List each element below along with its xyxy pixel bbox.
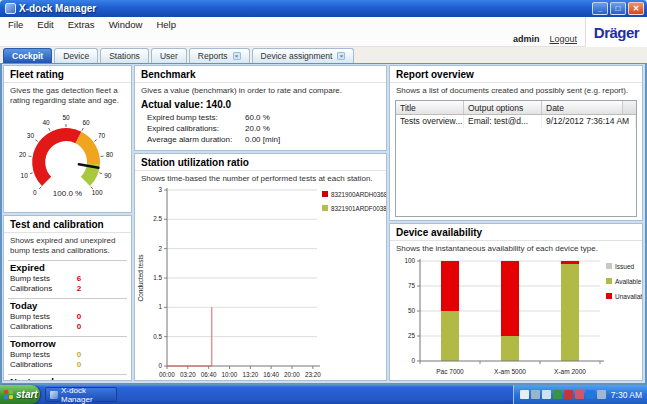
svg-text:8321901ARDF0038: 8321901ARDF0038 [331,205,387,212]
section-tomorrow: Tomorrow Bump tests0 Calibrations0 [8,336,127,372]
utilization-line-chart: 00.511.522.5300:0003:2006:4010:0013:2016… [136,187,385,381]
input-language-icon[interactable] [520,390,529,399]
stat-row: Bump tests0 [8,312,127,323]
logged-in-user: admin [513,34,540,44]
logout-link[interactable]: Logout [549,34,577,44]
panel-title: Test and calibration [4,216,131,233]
menu-bar: File Edit Extras Window Help [0,17,647,31]
table-row[interactable]: Tests overview... Email: test@d... 9/12/… [396,115,636,128]
svg-text:2: 2 [158,245,162,252]
title-bar: X-dock Manager _ □ ✕ [0,0,647,17]
menu-help[interactable]: Help [150,18,182,30]
maximize-button[interactable]: □ [610,2,626,15]
column-chooser-icon[interactable] [623,101,636,114]
volume-icon[interactable] [542,390,551,399]
svg-text:8321900ARDH0368: 8321900ARDH0368 [331,191,387,198]
svg-text:X-am 5000: X-am 5000 [494,368,526,375]
test-calibration-panel: Test and calibration Shows expired and u… [3,215,132,381]
tab-device-assignment[interactable]: Device assignment× [252,48,355,63]
security-shield-icon[interactable] [564,390,573,399]
svg-text:Conducted tests: Conducted tests [137,254,144,302]
menu-edit[interactable]: Edit [31,18,59,30]
actual-value: Actual value: 140.0 [135,97,386,111]
panel-description: Shows the instantaneous availability of … [390,241,642,255]
panel-description: Shows a list of documents created and po… [390,83,642,97]
stat-value: 0 [77,350,81,361]
svg-text:70: 70 [98,132,106,139]
svg-text:00:00: 00:00 [159,371,175,378]
tray-icons [520,390,606,399]
taskbar: start X-dock Manager 7:30 AM [0,385,647,404]
display-settings-icon[interactable] [597,390,606,399]
svg-text:50: 50 [62,114,70,121]
svg-text:30: 30 [27,132,35,139]
start-button[interactable]: start [0,385,40,404]
svg-text:90: 90 [104,172,112,179]
windows-flag-icon [4,390,13,399]
svg-text:25: 25 [408,332,416,339]
gauge-value-label: 100.0 % [4,189,131,198]
clock: 7:30 AM [611,390,642,400]
stat-row: Calibrations0 [8,322,127,333]
panel-title: Device availability [390,224,642,241]
section-expired: Expired Bump tests6 Calibrations2 [8,260,127,296]
stat-row: Calibrations0 [8,360,127,371]
svg-text:40: 40 [42,119,50,126]
taskbar-task-xdock-manager[interactable]: X-dock Manager [45,387,117,402]
brand-box: Dräger [585,17,647,47]
window-title: X-dock Manager [19,3,590,14]
table-header: Title Output options Date [396,101,636,115]
app-icon [50,391,58,399]
safely-remove-icon[interactable] [531,390,540,399]
panel-title: Report overview [390,66,642,83]
svg-text:13:20: 13:20 [242,371,258,378]
stat-row: Bump tests0 [8,350,127,361]
messenger-icon[interactable] [575,390,584,399]
svg-text:2.5: 2.5 [153,216,162,223]
minimize-button[interactable]: _ [592,2,608,15]
stat-value: 6 [77,274,81,285]
svg-text:1.5: 1.5 [153,274,162,281]
tab-stations[interactable]: Stations [100,48,149,63]
svg-text:X-am 2000: X-am 2000 [554,368,586,375]
system-tray: 7:30 AM [513,385,647,404]
panel-description: Gives a value (benchmark) in order to ra… [135,83,386,97]
svg-text:75: 75 [408,282,416,289]
tab-device[interactable]: Device [54,48,98,63]
section-next-week: Next week Bump tests0 Calibrations0 [8,374,127,381]
bluetooth-icon[interactable] [586,390,595,399]
close-tab-icon[interactable]: × [233,52,241,60]
svg-text:Unavailable: Unavailable [615,293,643,300]
svg-text:20: 20 [19,151,27,158]
brand-logo: Dräger [594,24,639,41]
fleet-rating-gauge: 0102030405060708090100 100.0 % [4,108,131,213]
svg-text:16:40: 16:40 [263,371,279,378]
network-activity-icon[interactable] [553,390,562,399]
menu-window[interactable]: Window [103,18,149,30]
svg-text:60: 60 [82,119,90,126]
benchmark-row: Expired calibrations:20.0 % [135,122,386,133]
column-date[interactable]: Date [542,101,623,114]
tab-reports[interactable]: Reports× [189,48,250,63]
tab-cockpit[interactable]: Cockpit [3,48,52,63]
tab-user[interactable]: User [151,48,187,63]
svg-text:3: 3 [158,186,162,193]
tab-strip: Cockpit Device Stations User Reports× De… [0,47,647,63]
menu-file[interactable]: File [2,18,29,30]
svg-text:80: 80 [106,151,114,158]
close-tab-icon[interactable]: × [337,52,345,60]
panel-description: Gives the gas detection fleet a rating r… [4,83,131,108]
stat-value: 0 [77,360,81,371]
panel-description: Shows expired and unexpired bump tests a… [4,233,131,258]
stat-row: Bump tests6 [8,274,127,285]
close-button[interactable]: ✕ [628,2,644,15]
menu-extras[interactable]: Extras [62,18,101,30]
stat-value: 2 [77,284,81,295]
svg-text:20:00: 20:00 [284,371,300,378]
report-overview-panel: Report overview Shows a list of document… [389,65,643,221]
svg-text:Time: Time [235,379,250,381]
svg-text:50: 50 [408,307,416,314]
benchmark-row: Expired bump tests:60.0 % [135,111,386,122]
column-output-options[interactable]: Output options [464,101,542,114]
column-title[interactable]: Title [396,101,464,114]
